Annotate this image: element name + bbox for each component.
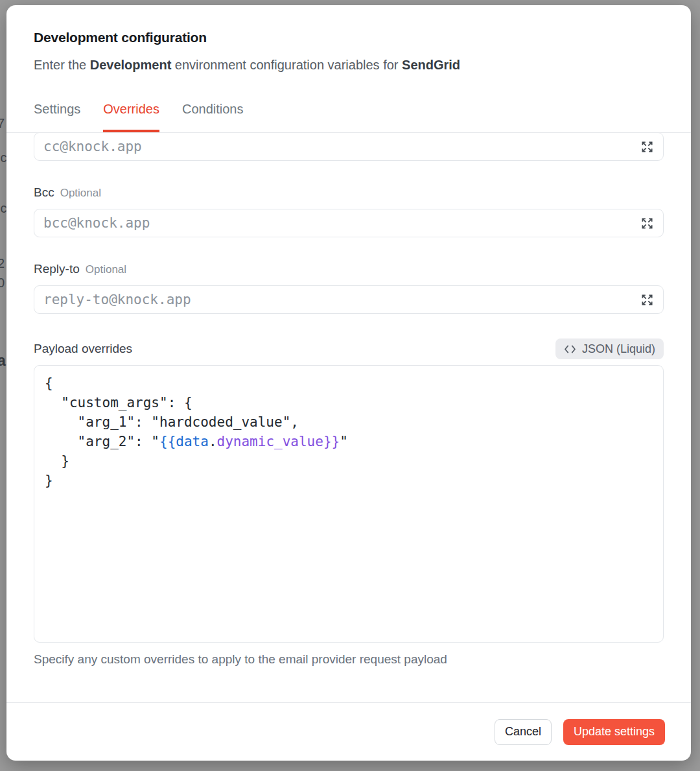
reply-to-label-row: Reply-to Optional	[34, 262, 664, 278]
cc-input[interactable]	[43, 139, 639, 154]
code-line: {	[45, 374, 653, 393]
cc-field-group	[34, 133, 664, 161]
cancel-button[interactable]: Cancel	[495, 719, 552, 745]
bcc-input-wrap	[34, 209, 664, 237]
code-line: "arg_2": "{{data.dynamic_value}}"	[45, 432, 653, 451]
subtitle-environment-name: Development	[90, 58, 172, 72]
tab-overrides[interactable]: Overrides	[103, 101, 159, 132]
payload-overrides-label: Payload overrides	[34, 342, 132, 356]
page-title: Development configuration	[34, 29, 664, 46]
code-line: "custom_args": {	[45, 393, 653, 412]
tab-bar: Settings Overrides Conditions	[34, 101, 664, 132]
background-text-fragment: ic	[0, 202, 6, 215]
cc-input-wrap	[34, 133, 664, 161]
tab-settings[interactable]: Settings	[34, 101, 80, 132]
json-liquid-badge-label: JSON (Liquid)	[582, 342, 655, 356]
modal-subtitle: Enter the Development environment config…	[34, 56, 664, 73]
background-text-fragment: a	[0, 354, 6, 367]
background-text-fragment: ic	[0, 151, 6, 164]
payload-overrides-header: Payload overrides JSON (Liquid)	[34, 338, 664, 359]
subtitle-text: environment configuration variables for	[171, 58, 402, 72]
payload-overrides-code-editor[interactable]: { "custom_args": { "arg_1": "hardcoded_v…	[34, 365, 664, 643]
reply-to-optional-tag: Optional	[86, 263, 126, 276]
bcc-label: Bcc	[34, 185, 54, 200]
background-text-fragment: 7	[0, 117, 5, 130]
code-icon	[564, 344, 576, 354]
code-line: "arg_1": "hardcoded_value",	[45, 412, 653, 432]
tab-conditions[interactable]: Conditions	[182, 101, 244, 132]
overrides-tab-panel: Bcc Optional Reply-to Optional	[6, 133, 691, 702]
subtitle-provider-name: SendGrid	[402, 58, 460, 72]
expand-icon[interactable]	[639, 139, 655, 154]
expand-icon[interactable]	[639, 215, 655, 231]
bcc-input[interactable]	[43, 215, 639, 231]
reply-to-label: Reply-to	[34, 262, 80, 276]
modal-header: Development configuration Enter the Deve…	[6, 5, 691, 133]
bcc-field-group: Bcc Optional	[34, 185, 664, 237]
reply-to-input[interactable]	[43, 292, 639, 307]
bcc-optional-tag: Optional	[60, 187, 101, 200]
expand-icon[interactable]	[639, 292, 655, 307]
development-configuration-modal: Development configuration Enter the Deve…	[6, 5, 691, 761]
background-text-fragment: 2	[0, 257, 5, 270]
bcc-label-row: Bcc Optional	[34, 185, 664, 201]
code-line: }	[45, 451, 653, 471]
json-liquid-badge: JSON (Liquid)	[555, 338, 664, 359]
background-text-fragment: 0	[0, 276, 5, 289]
modal-footer: Cancel Update settings	[6, 702, 691, 761]
update-settings-button[interactable]: Update settings	[563, 719, 665, 745]
payload-overrides-helper-text: Specify any custom overrides to apply to…	[34, 652, 664, 667]
reply-to-input-wrap	[34, 285, 664, 314]
subtitle-text: Enter the	[34, 58, 90, 72]
reply-to-field-group: Reply-to Optional	[34, 262, 664, 314]
code-line: }	[45, 471, 653, 490]
